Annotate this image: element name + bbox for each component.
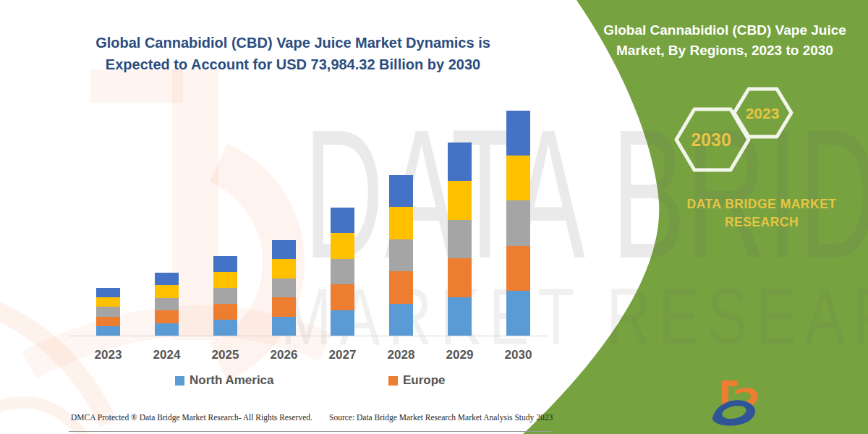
data-bridge-logo-icon [0, 0, 868, 434]
infographic-canvas: DATA BRIDGE MARKET RESEARCH Global Canna… [0, 0, 868, 434]
